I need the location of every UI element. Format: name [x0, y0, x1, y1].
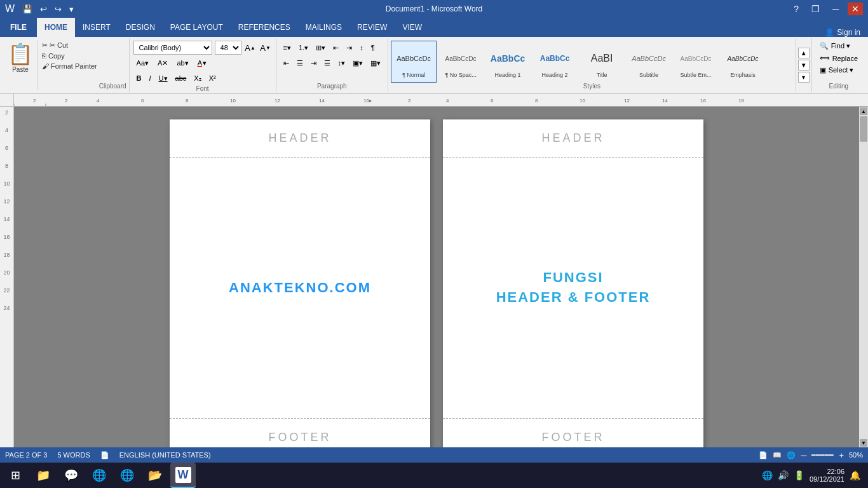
select-button[interactable]: ▣ Select ▾: [816, 65, 862, 76]
superscript-btn[interactable]: X²: [206, 71, 219, 85]
sort-btn[interactable]: ↕: [356, 41, 367, 55]
minimize-btn[interactable]: ─: [829, 3, 843, 15]
styles-expand[interactable]: ▾: [798, 72, 810, 83]
word-icon: W: [5, 3, 15, 15]
chrome2-icon: 🌐: [120, 468, 134, 482]
zoom-out-btn[interactable]: ─: [801, 451, 806, 460]
align-left-btn[interactable]: ⇤: [280, 56, 292, 70]
find-button[interactable]: 🔍 Find ▾: [816, 41, 862, 51]
style-title[interactable]: AaBI Title: [579, 41, 625, 83]
page-2-text: FUNGSI HEADER & FOOTER: [496, 268, 651, 308]
language: ENGLISH (UNITED STATES): [119, 451, 211, 459]
borders-btn[interactable]: ▦▾: [367, 56, 384, 70]
highlight-color-btn[interactable]: ab▾: [173, 56, 191, 70]
font-color-btn[interactable]: A▾: [194, 56, 210, 70]
tab-review[interactable]: REVIEW: [349, 18, 395, 37]
sign-in[interactable]: 👤 Sign in: [825, 28, 860, 37]
vertical-scrollbar[interactable]: ▲ ▼: [859, 107, 868, 447]
whatsapp-icon: 💬: [64, 468, 78, 482]
tab-view[interactable]: VIEW: [395, 18, 430, 37]
styles-scroll-up[interactable]: ▲: [798, 48, 810, 58]
style-heading2[interactable]: AaBbCc Heading 2: [532, 41, 578, 83]
align-center-btn[interactable]: ☰: [294, 56, 306, 70]
tab-references[interactable]: REFERENCES: [231, 18, 298, 37]
tab-design[interactable]: DESIGN: [118, 18, 163, 37]
font-name-select[interactable]: Calibri (Body) Arial Times New Roman: [133, 41, 212, 55]
shading-btn[interactable]: ▣▾: [349, 56, 366, 70]
underline-btn[interactable]: U▾: [156, 71, 171, 85]
help-icon[interactable]: ?: [790, 3, 803, 15]
svg-text:2: 2: [408, 98, 411, 104]
scroll-thumb[interactable]: [860, 116, 867, 142]
zoom-slider[interactable]: ━━━━━: [811, 451, 834, 459]
font-size-select[interactable]: 48 810121416182436: [215, 41, 241, 55]
decrease-indent-btn[interactable]: ⇤: [330, 41, 342, 55]
chrome-icon: 🌐: [92, 468, 106, 482]
quick-undo[interactable]: ↩: [37, 3, 50, 15]
taskbar-chrome[interactable]: 🌐: [86, 463, 112, 488]
style-subtitle[interactable]: AaBbCcDc Subtitle: [626, 41, 672, 83]
web-view-icon[interactable]: 🌐: [787, 451, 796, 459]
pages-container[interactable]: HEADER ANAKTEKNO.COM FOOTER HEADER FUNGS…: [14, 107, 859, 447]
subscript-btn[interactable]: X₂: [191, 71, 204, 85]
document-area: 2 4 6 8 10 12 14 16 18 20 22 24 HEADER A…: [0, 107, 868, 447]
show-para-btn[interactable]: ¶: [368, 41, 378, 55]
taskbar-clock[interactable]: 22:06 09/12/2021: [810, 468, 844, 483]
style-nospace[interactable]: AaBbCcDc ¶ No Spac...: [438, 41, 484, 83]
sound-icon: 🔊: [778, 470, 789, 480]
font-group: Calibri (Body) Arial Times New Roman 48 …: [130, 38, 276, 92]
restore-btn[interactable]: ❐: [808, 3, 824, 15]
replace-button[interactable]: ⟺ Replace: [816, 53, 862, 64]
copy-button[interactable]: ⎘ Copy: [40, 51, 99, 60]
styles-scroll-down[interactable]: ▼: [798, 60, 810, 71]
taskbar-word[interactable]: W: [170, 463, 196, 488]
taskbar-chrome2[interactable]: 🌐: [114, 463, 140, 488]
scroll-up-btn[interactable]: ▲: [860, 107, 867, 115]
format-painter-button[interactable]: 🖌 Format Painter: [40, 62, 99, 71]
strikethrough-btn[interactable]: abc: [172, 71, 190, 85]
quick-dropdown[interactable]: ▾: [67, 3, 76, 15]
style-subtleemph[interactable]: AaBbCcDc Subtle Em...: [673, 41, 719, 83]
taskbar-explorer[interactable]: 📁: [31, 463, 56, 488]
decrease-font-btn[interactable]: A▼: [259, 41, 272, 55]
paste-button[interactable]: 📋: [8, 42, 33, 66]
style-emphasis[interactable]: AaBbCcDc Emphasis: [720, 41, 766, 83]
tab-insert[interactable]: INSERT: [75, 18, 118, 37]
ruler-row: 2 2 4 6 8 10 12 14 16▸ 2 4 6 8 10 12 14 …: [0, 94, 868, 107]
taskbar-windows[interactable]: ⊞: [3, 463, 28, 488]
clear-formatting-btn[interactable]: A✕: [154, 56, 171, 70]
tab-file[interactable]: FILE: [0, 18, 37, 37]
quick-save[interactable]: 💾: [20, 3, 35, 15]
tab-home[interactable]: HOME: [37, 18, 75, 37]
cut-button[interactable]: ✂ ✂ Cut: [40, 41, 99, 50]
tab-pagelayout[interactable]: PAGE LAYOUT: [163, 18, 231, 37]
change-case-btn[interactable]: Aa▾: [133, 56, 152, 70]
ruler-svg: 2 2 4 6 8 10 12 14 16▸ 2 4 6 8 10 12 14 …: [14, 94, 868, 106]
taskbar-folder[interactable]: 📂: [142, 463, 168, 488]
align-right-btn[interactable]: ⇥: [308, 56, 320, 70]
justify-btn[interactable]: ☰: [321, 56, 334, 70]
multilevel-btn[interactable]: ⊞▾: [313, 41, 329, 55]
layout-view-icon[interactable]: 📄: [759, 451, 768, 459]
tab-mailings[interactable]: MAILINGS: [298, 18, 349, 37]
user-icon: 👤: [825, 28, 834, 37]
styles-group: AaBbCcDc ¶ Normal AaBbCcDc ¶ No Spac... …: [388, 38, 796, 92]
numbering-btn[interactable]: 1.▾: [295, 41, 311, 55]
scroll-down-btn[interactable]: ▼: [860, 439, 867, 447]
styles-scroll: ▲ ▼ ▾: [796, 38, 812, 92]
zoom-in-btn[interactable]: +: [839, 451, 844, 460]
increase-font-btn[interactable]: A▲: [244, 41, 257, 55]
bullets-btn[interactable]: ≡▾: [280, 41, 294, 55]
close-btn[interactable]: ✕: [848, 3, 863, 15]
increase-indent-btn[interactable]: ⇥: [343, 41, 355, 55]
quick-redo[interactable]: ↪: [52, 3, 64, 15]
read-mode-icon[interactable]: 📖: [773, 451, 782, 459]
style-heading1[interactable]: AaBbCc Heading 1: [485, 41, 531, 83]
line-spacing-btn[interactable]: ↕▾: [335, 56, 349, 70]
notification-icon[interactable]: 🔔: [850, 470, 860, 480]
bold-btn[interactable]: B: [133, 71, 145, 85]
style-normal[interactable]: AaBbCcDc ¶ Normal: [391, 41, 437, 83]
taskbar-whatsapp[interactable]: 💬: [58, 463, 84, 488]
editing-label: Editing: [816, 83, 862, 90]
italic-btn[interactable]: I: [146, 71, 154, 85]
